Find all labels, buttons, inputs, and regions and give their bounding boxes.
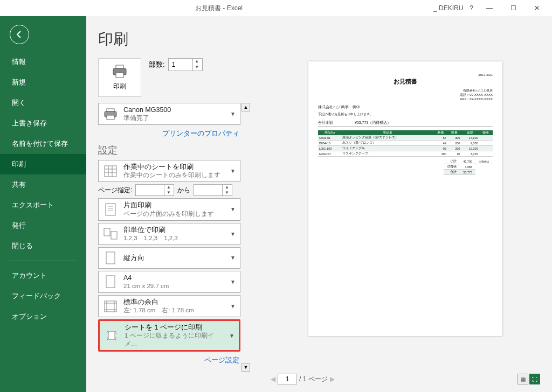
page-range-label: ページ指定: (98, 186, 132, 195)
doc-summary: 小計49,790※税抜き消費税3,983合計53,773 (318, 159, 493, 175)
setting-subtitle: 左: 1.78 cm 右: 1.78 cm (123, 306, 225, 314)
window-title: お見積書 - Excel (4, 4, 433, 13)
doc-table: 商品No商品名単価数量金額備考C001-01皿頭タッピング台皿（頭/ステンレス）… (318, 130, 493, 157)
title-bar: お見積書 - Excel _ DEKIRU ? — ☐ ✕ (0, 0, 552, 16)
printer-properties-link[interactable]: プリンターのプロパティ (98, 127, 240, 141)
chevron-down-icon[interactable]: ▼ (192, 65, 201, 71)
svg-point-3 (123, 69, 125, 71)
svg-rect-21 (105, 301, 116, 312)
sidebar-item-1[interactable]: 新規 (0, 72, 86, 93)
setting-icon (103, 202, 118, 217)
close-button[interactable]: ✕ (526, 1, 548, 16)
setting-title: A4 (123, 274, 225, 282)
setting-selector-0[interactable]: 作業中のシートを印刷作業中のシートのみを印刷します▼ (98, 160, 240, 182)
setting-selector-5[interactable]: 標準の余白左: 1.78 cm 右: 1.78 cm▼ (98, 295, 240, 317)
svg-rect-20 (106, 276, 115, 288)
sidebar-bottom-item-1[interactable]: フィードバック (0, 286, 86, 306)
setting-subtitle: 作業中のシートのみを印刷します (123, 171, 225, 179)
sidebar-item-9[interactable]: 閉じる (0, 236, 86, 256)
scroll-down-icon[interactable]: ▼ (242, 363, 250, 372)
page-number-input[interactable] (278, 374, 297, 384)
chevron-down-icon: ▼ (230, 255, 236, 261)
sidebar-item-8[interactable]: 発行 (0, 215, 86, 236)
page-from-input[interactable]: ▲▼ (135, 184, 174, 196)
sidebar-item-3[interactable]: 上書き保存 (0, 113, 86, 134)
back-button[interactable] (10, 25, 29, 44)
copies-input[interactable] (169, 60, 192, 69)
page-to-input[interactable]: ▲▼ (194, 184, 232, 196)
svg-rect-19 (106, 252, 115, 264)
page-range-row: ページ指定:▲▼から▲▼ (98, 184, 240, 196)
doc-date: 2017/2/21 (318, 73, 493, 76)
user-label[interactable]: _ DEKIRU (433, 4, 463, 12)
sidebar-item-6[interactable]: 共有 (0, 174, 86, 195)
setting-icon (103, 226, 118, 241)
svg-rect-4 (107, 109, 114, 111)
chevron-down-icon: ▼ (230, 111, 236, 117)
setting-title: 部単位で印刷 (123, 226, 225, 234)
sidebar-bottom-item-2[interactable]: オプション (0, 306, 86, 327)
svg-rect-18 (111, 232, 117, 239)
zoom-to-page-button[interactable]: ⛶ (529, 374, 540, 384)
setting-title: シートを 1 ページに印刷 (125, 323, 224, 332)
setting-icon (103, 299, 118, 314)
svg-rect-13 (106, 204, 115, 215)
setting-subtitle: 1 ページに収まるように印刷イメ… (125, 332, 224, 348)
doc-client: 株式会社○△□商事 御中 (318, 104, 493, 110)
setting-subtitle: 21 cm x 29.7 cm (123, 282, 225, 290)
svg-rect-8 (105, 166, 116, 177)
printer-status: 準備完了 (123, 114, 225, 122)
page-range-to: から (177, 186, 190, 195)
setting-selector-4[interactable]: A421 cm x 29.7 cm▼ (98, 271, 240, 293)
page-total-label: / 1 ページ (299, 375, 328, 384)
chevron-up-icon[interactable]: ▲ (192, 59, 201, 65)
doc-total-label: 合計金額 (318, 120, 333, 125)
doc-note: 下記の通りお見積もり申し上げます。 (318, 112, 493, 117)
svg-rect-26 (108, 332, 115, 339)
print-button-label: 印刷 (113, 82, 126, 91)
svg-rect-0 (116, 65, 123, 68)
next-page-button[interactable]: ▶ (330, 375, 335, 383)
chevron-down-icon: ▼ (230, 303, 236, 309)
setting-icon (103, 164, 118, 179)
chevron-down-icon: ▼ (229, 333, 234, 339)
printer-icon (103, 107, 118, 122)
printer-selector[interactable]: Canon MG3500準備完了 ▼ (98, 103, 240, 125)
minimize-button[interactable]: — (479, 1, 500, 16)
setting-selector-6[interactable]: シートを 1 ページに印刷1 ページに収まるように印刷イメ…▼ (98, 319, 240, 352)
setting-title: 標準の余白 (123, 298, 225, 306)
print-button[interactable]: 印刷 (98, 58, 141, 97)
chevron-down-icon: ▼ (230, 231, 236, 237)
setting-selector-2[interactable]: 部単位で印刷1,2,3 1,2,3 1,2,3▼ (98, 223, 240, 245)
svg-rect-17 (104, 228, 110, 236)
setting-selector-1[interactable]: 片面印刷ページの片面のみを印刷します▼ (98, 198, 240, 220)
maximize-button[interactable]: ☐ (502, 1, 524, 16)
setting-selector-3[interactable]: 縦方向▼ (98, 247, 240, 269)
show-margins-button[interactable]: ▦ (518, 374, 528, 384)
page-heading: 印刷 (98, 29, 252, 50)
setting-icon (103, 250, 118, 265)
scroll-up-icon[interactable]: ▲ (242, 103, 250, 111)
sidebar-item-5[interactable]: 印刷 (0, 154, 86, 174)
sidebar-item-0[interactable]: 情報 (0, 52, 86, 72)
help-button[interactable]: ? (470, 4, 473, 12)
settings-scrollbar[interactable]: ▲ ▼ (242, 103, 250, 372)
copies-spinner[interactable]: ▲▼ (168, 58, 203, 71)
settings-heading: 設定 (98, 144, 240, 157)
sidebar-bottom-item-0[interactable]: アカウント (0, 265, 86, 286)
chevron-down-icon: ▼ (230, 168, 236, 174)
page-setup-link[interactable]: ページ設定 (98, 354, 240, 367)
sidebar-item-4[interactable]: 名前を付けて保存 (0, 134, 86, 154)
setting-title: 作業中のシートを印刷 (123, 163, 225, 171)
chevron-down-icon: ▼ (230, 279, 236, 285)
prev-page-button[interactable]: ◀ (271, 375, 275, 383)
setting-icon (104, 328, 119, 343)
sidebar-item-2[interactable]: 開く (0, 93, 86, 113)
setting-subtitle: 1,2,3 1,2,3 1,2,3 (123, 234, 225, 242)
backstage-sidebar: 情報新規開く上書き保存名前を付けて保存印刷共有エクスポート発行閉じる アカウント… (0, 16, 86, 392)
sidebar-item-7[interactable]: エクスポート (0, 195, 86, 215)
doc-title: お見積書 (318, 78, 493, 86)
setting-title: 縦方向 (123, 254, 225, 262)
print-settings-panel: 印刷 印刷 部数: ▲▼ Canon MG3500準備完了 (86, 16, 252, 392)
setting-icon (103, 274, 118, 289)
